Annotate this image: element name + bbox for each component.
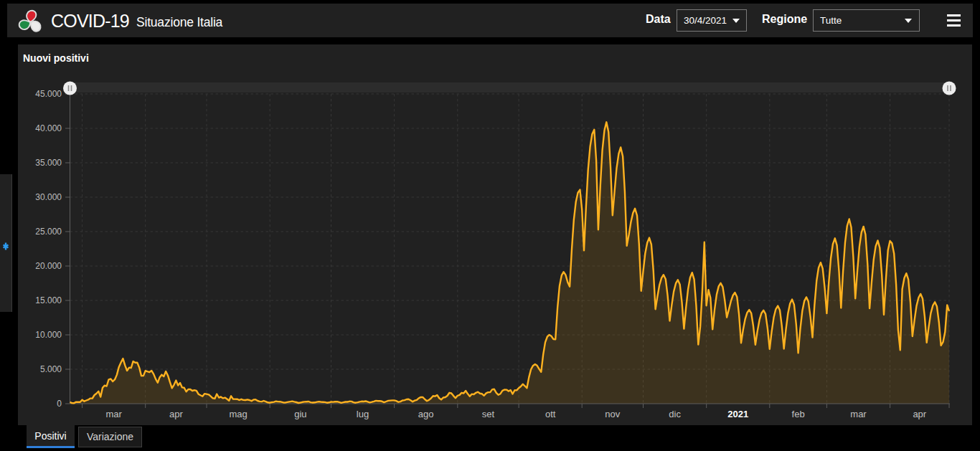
svg-text:lug: lug: [357, 409, 369, 419]
svg-text:ott: ott: [545, 409, 556, 419]
svg-text:mag: mag: [229, 409, 247, 419]
svg-text:ago: ago: [418, 409, 434, 419]
svg-text:15.000: 15.000: [35, 295, 62, 305]
svg-text:nov: nov: [605, 409, 620, 419]
svg-text:30.000: 30.000: [35, 192, 62, 202]
svg-text:mar: mar: [105, 409, 122, 419]
svg-text:mar: mar: [850, 409, 867, 419]
svg-text:20.000: 20.000: [35, 261, 62, 271]
svg-text:giu: giu: [294, 409, 306, 419]
svg-text:dic: dic: [669, 409, 681, 419]
svg-text:35.000: 35.000: [35, 158, 62, 168]
svg-text:apr: apr: [913, 409, 926, 419]
svg-text:25.000: 25.000: [35, 227, 62, 237]
svg-text:Nuovi positivi: Nuovi positivi: [23, 52, 89, 64]
svg-text:10.000: 10.000: [35, 330, 62, 340]
svg-text:45.000: 45.000: [35, 89, 62, 99]
svg-text:40.000: 40.000: [35, 123, 62, 133]
svg-text:5.000: 5.000: [40, 364, 62, 374]
svg-text:2021: 2021: [727, 409, 748, 419]
svg-text:0: 0: [57, 399, 62, 409]
svg-text:set: set: [482, 409, 495, 419]
svg-text:feb: feb: [792, 409, 805, 419]
svg-text:apr: apr: [169, 409, 183, 419]
